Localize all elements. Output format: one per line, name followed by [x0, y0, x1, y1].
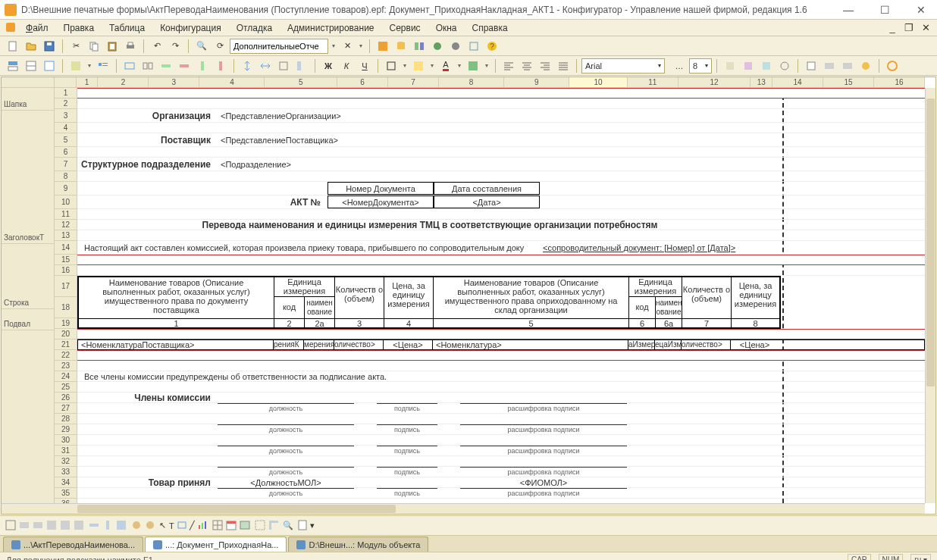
align-center-icon[interactable]	[519, 58, 535, 74]
tb2-end-5[interactable]	[803, 58, 819, 74]
save-icon[interactable]	[41, 38, 58, 55]
row-c6[interactable]: аИзмер	[628, 340, 655, 349]
section-header[interactable]: Шапка	[2, 99, 55, 111]
bb-icon-5[interactable]	[59, 519, 71, 533]
intro-link[interactable]: <сопроводительный документ: [Номер] от […	[540, 241, 782, 254]
minimize-button[interactable]: —	[837, 3, 860, 17]
autofit-icon[interactable]	[275, 58, 292, 74]
font-ellipsis-icon[interactable]: …	[671, 58, 688, 74]
bb-rect-icon[interactable]	[176, 519, 188, 533]
row-c1[interactable]: <НоменклатураПоставщика>	[78, 340, 274, 349]
menu-config[interactable]: Конфигурация	[154, 21, 227, 35]
tb2-end-6[interactable]	[821, 58, 838, 74]
menu-debug[interactable]: Отладка	[230, 21, 278, 35]
textcolor-dd-icon[interactable]: ▾	[456, 58, 463, 74]
underline-icon[interactable]: Ч	[356, 58, 373, 74]
menu-edit[interactable]: Правка	[58, 21, 101, 35]
bold-icon[interactable]: Ж	[320, 58, 337, 74]
open-icon[interactable]	[23, 38, 39, 55]
row-c5[interactable]: <Номенклатура>	[433, 340, 628, 349]
row-c8[interactable]: <Цена>	[731, 340, 779, 349]
menu-help[interactable]: Справка	[466, 21, 514, 35]
border-icon[interactable]	[383, 58, 400, 74]
bb-line-icon[interactable]: ╱	[190, 521, 195, 530]
row-c7[interactable]: оличество>	[682, 340, 731, 349]
menu-windows[interactable]: Окна	[430, 21, 463, 35]
delete-row-icon[interactable]	[176, 58, 193, 74]
tb2-end-8[interactable]	[857, 58, 874, 74]
column-ruler[interactable]: 1 2 3 4 5 6 7 8 9 10 11 12 13 14 15 16	[55, 77, 925, 88]
bb-icon-8[interactable]	[102, 519, 114, 533]
mdi-minimize-icon[interactable]: _	[885, 21, 899, 35]
help-icon[interactable]: ?	[484, 38, 500, 55]
search-input[interactable]	[230, 39, 328, 54]
fillcolor-icon[interactable]	[465, 58, 481, 74]
clear-dropdown-icon[interactable]: ▾	[357, 38, 365, 55]
org-value[interactable]: <ПредставлениеОрганизации>	[218, 109, 521, 122]
bb-preview-icon[interactable]	[296, 519, 309, 533]
bb-preview-dd[interactable]: ▾	[310, 521, 315, 530]
db-icon[interactable]	[393, 38, 409, 55]
bb-icon-6[interactable]	[73, 519, 85, 533]
tab-1[interactable]: ...\АктПереводаНаименова...	[3, 537, 143, 552]
bb-icon-3[interactable]	[32, 519, 44, 533]
align-left-icon[interactable]	[500, 58, 517, 74]
italic-icon[interactable]: К	[338, 58, 355, 74]
bb-calendar-icon[interactable]	[225, 519, 237, 533]
tb2-icon-3[interactable]	[41, 58, 58, 74]
dept-value[interactable]: <Подразделение>	[218, 158, 521, 171]
debug-stop-icon[interactable]	[447, 38, 464, 55]
maximize-button[interactable]: ☐	[873, 3, 896, 17]
col-width-icon[interactable]	[257, 58, 274, 74]
tb2-end-1[interactable]	[722, 58, 738, 74]
cut-icon[interactable]: ✂	[67, 38, 84, 55]
clear-icon[interactable]: ✕	[339, 38, 356, 55]
fontsize-select[interactable]: 8▾	[689, 58, 712, 74]
configurator-icon[interactable]	[374, 38, 391, 55]
ruler-corner[interactable]	[2, 77, 55, 88]
bb-headers-icon[interactable]	[268, 519, 280, 533]
compare-icon[interactable]	[411, 38, 428, 55]
bb-icon-2[interactable]	[18, 519, 30, 533]
tb2-icon-5[interactable]	[95, 58, 111, 74]
status-lang[interactable]: ru ▾	[910, 554, 931, 560]
doc-num-val[interactable]: <НомерДокумента>	[327, 196, 434, 208]
syntax-check-icon[interactable]	[465, 38, 482, 55]
bb-icon-1[interactable]	[5, 519, 17, 533]
mdi-close-icon[interactable]: ✕	[919, 21, 932, 35]
row-c2a[interactable]: мерения	[304, 340, 334, 349]
bb-pointer-icon[interactable]: ↖	[159, 521, 166, 530]
tab-2[interactable]: ...: Документ_ПриходнаяНа...	[145, 537, 287, 552]
delete-col-icon[interactable]	[212, 58, 229, 74]
menu-file[interactable]: Файл	[20, 21, 55, 35]
bgcolor-icon[interactable]	[410, 58, 427, 74]
bb-chart-icon[interactable]	[196, 519, 208, 533]
horizontal-scrollbar[interactable]	[2, 503, 925, 514]
bgcolor-dd-icon[interactable]: ▾	[428, 58, 436, 74]
freeze-icon[interactable]	[293, 58, 310, 74]
row-c4[interactable]: <Цена>	[384, 340, 433, 349]
row-c6a[interactable]: ецаИзме	[655, 340, 682, 349]
refresh-icon[interactable]: ⟳	[212, 38, 228, 55]
menu-service[interactable]: Сервис	[384, 21, 427, 35]
vertical-scrollbar[interactable]	[925, 88, 935, 503]
row-ruler[interactable]: 1 2 3 4 5 6 7 8 9 10 11 12 13 14 15 16 1…	[55, 88, 77, 503]
tb2-end-9[interactable]	[884, 58, 901, 74]
position-val[interactable]: <ДолжностьМОЛ>	[218, 477, 354, 487]
undo-icon[interactable]: ↶	[149, 38, 165, 55]
tb2-end-3[interactable]	[758, 58, 775, 74]
tb2-end-2[interactable]	[740, 58, 757, 74]
mdi-restore-icon[interactable]: ❐	[902, 21, 916, 35]
find-icon[interactable]: 🔍	[193, 38, 210, 55]
bb-icon-7[interactable]	[88, 519, 100, 533]
insert-col-icon[interactable]	[194, 58, 211, 74]
tb2-end-7[interactable]	[839, 58, 856, 74]
bb-text-icon[interactable]: T	[169, 521, 174, 530]
bb-grid-icon[interactable]	[254, 519, 266, 533]
section-table-header[interactable]: ЗаголовокТ	[2, 232, 55, 244]
row-height-icon[interactable]	[239, 58, 255, 74]
copy-icon[interactable]	[86, 38, 102, 55]
border-dd-icon[interactable]: ▾	[401, 58, 409, 74]
bb-picture-icon[interactable]	[239, 519, 251, 533]
debug-run-icon[interactable]	[429, 38, 446, 55]
